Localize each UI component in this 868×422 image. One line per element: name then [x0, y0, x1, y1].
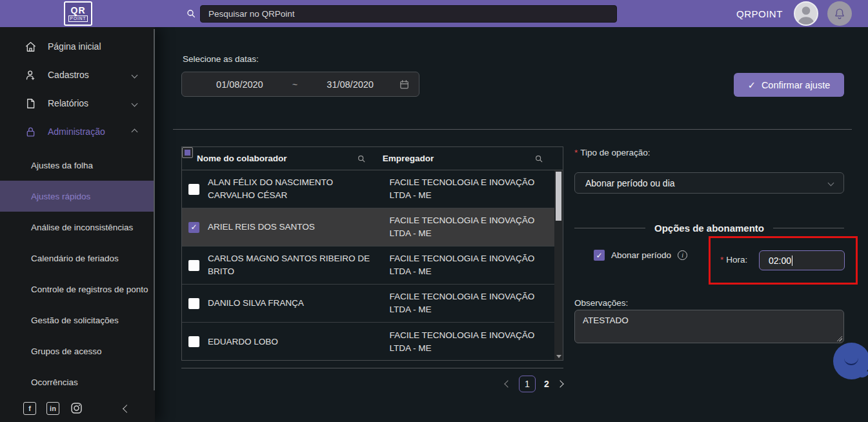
confirm-adjust-button[interactable]: ✓ Confirmar ajuste: [734, 73, 844, 97]
abonar-periodo-checkbox[interactable]: ✓: [594, 250, 605, 261]
operation-type-select[interactable]: Abonar período ou dia: [574, 172, 844, 194]
next-page-icon[interactable]: [556, 380, 563, 387]
observations-textarea[interactable]: ATESTADO: [574, 310, 844, 343]
observations-label: Observações:: [574, 298, 628, 308]
facebook-icon[interactable]: f: [23, 402, 36, 415]
sidebar-subitem-ocorrencias[interactable]: Ocorrências: [0, 367, 155, 397]
column-search-icon[interactable]: [534, 154, 543, 163]
global-search-input[interactable]: [200, 5, 617, 23]
abonar-periodo-label: Abonar período: [611, 250, 671, 260]
table-header: Nome do colaborador Empregador: [182, 147, 563, 170]
lock-icon: [25, 126, 37, 138]
column-search-icon[interactable]: [357, 154, 366, 163]
document-icon: [25, 97, 37, 110]
user-avatar[interactable]: [794, 1, 818, 26]
sidebar-item-pagina-inicial[interactable]: Página inicial: [0, 32, 155, 61]
row-checkbox[interactable]: [188, 184, 199, 195]
abonar-periodo-row: ✓ Abonar período i: [594, 250, 687, 261]
account-name: QRPOINT: [736, 0, 783, 27]
previous-page-icon[interactable]: [504, 380, 511, 387]
smile-icon: [844, 358, 858, 365]
sidebar-collapse-button[interactable]: [123, 405, 131, 413]
table-scrollbar[interactable]: [554, 170, 563, 360]
info-icon[interactable]: i: [678, 250, 687, 260]
textarea-resize-handle[interactable]: [836, 336, 842, 341]
sidebar-item-label: Cadastros: [48, 70, 89, 80]
chevron-down-icon: [828, 180, 834, 186]
sidebar-item-cadastros[interactable]: Cadastros: [0, 61, 155, 89]
bell-icon: [833, 6, 847, 21]
scrollbar-down-arrow[interactable]: [556, 355, 561, 358]
main-content: Selecione as datas: 01/08/2020 ~ 31/08/2…: [155, 27, 868, 422]
chevron-up-icon: [132, 128, 138, 135]
chevron-down-icon: [132, 100, 138, 106]
section-title: Opções de abonamento: [654, 223, 764, 234]
chevron-down-icon: [132, 72, 138, 78]
home-icon: [25, 41, 37, 53]
sidebar-item-label: Página inicial: [48, 41, 101, 52]
date-separator: ~: [288, 79, 301, 90]
sidebar-item-label: Administração: [48, 126, 105, 137]
operation-type-label: *Tipo de operação:: [574, 148, 651, 157]
column-header-name: Nome do colaborador: [197, 154, 287, 163]
search-icon: [186, 8, 196, 19]
administracao-submenu: Ajustes da folha Ajustes rápidos Análise…: [0, 150, 155, 397]
row-checkbox[interactable]: ✓: [188, 222, 199, 233]
table-row[interactable]: DANILO SILVA FRANÇA FACILE TECNOLOGIA E …: [182, 285, 554, 323]
highlight-rectangle: [709, 236, 858, 285]
row-checkbox[interactable]: [188, 336, 199, 347]
date-end: 31/08/2020: [301, 79, 399, 90]
sidebar-subitem-ajustes-da-folha[interactable]: Ajustes da folha: [0, 150, 155, 181]
sidebar-subitem-controle-registros[interactable]: Controle de registros de ponto: [0, 274, 155, 305]
chat-widget-button[interactable]: [833, 343, 868, 379]
logo-text-qr: QR: [71, 6, 86, 15]
notifications-button[interactable]: [827, 1, 852, 26]
sidebar-item-label: Relatórios: [48, 98, 88, 108]
qrpoint-logo[interactable]: QR POINT: [64, 1, 92, 26]
scrollbar-thumb[interactable]: [556, 172, 561, 221]
sidebar-scrollbar[interactable]: [154, 29, 155, 390]
row-checkbox[interactable]: [188, 298, 199, 309]
person-icon: [25, 69, 37, 81]
table-body: ALAN FÉLIX DO NASCIMENTO CARVALHO CÉSAR …: [182, 170, 554, 360]
calendar-icon: [399, 79, 410, 90]
instagram-icon[interactable]: [70, 401, 83, 415]
sidebar-subitem-calendario-feriados[interactable]: Calendário de feriados: [0, 243, 155, 274]
operation-type-value: Abonar período ou dia: [585, 178, 675, 188]
sidebar-item-relatorios[interactable]: Relatórios: [0, 89, 155, 117]
dates-label: Selecione as datas:: [183, 54, 259, 64]
linkedin-icon[interactable]: in: [46, 402, 59, 415]
required-marker: *: [574, 148, 578, 157]
sidebar-item-administracao[interactable]: Administração: [0, 117, 155, 146]
date-start: 01/08/2020: [191, 79, 288, 90]
row-checkbox[interactable]: [188, 260, 199, 271]
date-range-picker[interactable]: 01/08/2020 ~ 31/08/2020: [181, 72, 419, 97]
section-divider: [173, 129, 852, 130]
pagination: 1 2: [505, 376, 563, 392]
sidebar-subitem-gestao-solicitacoes[interactable]: Gestão de solicitações: [0, 305, 155, 336]
select-all-checkbox[interactable]: [182, 147, 193, 158]
column-header-employer: Empregador: [383, 154, 434, 163]
table-row[interactable]: ✓ ARIEL REIS DOS SANTOS FACILE TECNOLOGI…: [182, 208, 554, 246]
page-button-1[interactable]: 1: [519, 376, 536, 392]
logo-text-point: POINT: [68, 15, 88, 22]
table-row[interactable]: ALAN FÉLIX DO NASCIMENTO CARVALHO CÉSAR …: [182, 170, 554, 208]
sidebar: Página inicial Cadastros Relatórios Admi…: [0, 27, 155, 422]
check-icon: ✓: [748, 80, 756, 90]
employees-table: Nome do colaborador Empregador ALAN FÉLI…: [181, 146, 563, 361]
abonamento-section-header: Opções de abonamento: [574, 223, 844, 234]
social-links: f in: [23, 401, 83, 415]
sidebar-subitem-analise-inconsistencias[interactable]: Análise de inconsistências: [0, 212, 155, 243]
table-row[interactable]: EDUARDO LOBO FACILE TECNOLOGIA E INOVAÇÃ…: [182, 323, 554, 361]
table-footer-divider: [181, 368, 563, 368]
table-row[interactable]: CARLOS MAGNO SANTOS RIBEIRO DE BRITO FAC…: [182, 246, 554, 285]
sidebar-subitem-grupos-acesso[interactable]: Grupos de acesso: [0, 336, 155, 367]
sidebar-subitem-ajustes-rapidos[interactable]: Ajustes rápidos: [0, 181, 155, 212]
page-button-2[interactable]: 2: [544, 379, 549, 389]
top-header: QR POINT QRPOINT: [0, 0, 868, 27]
